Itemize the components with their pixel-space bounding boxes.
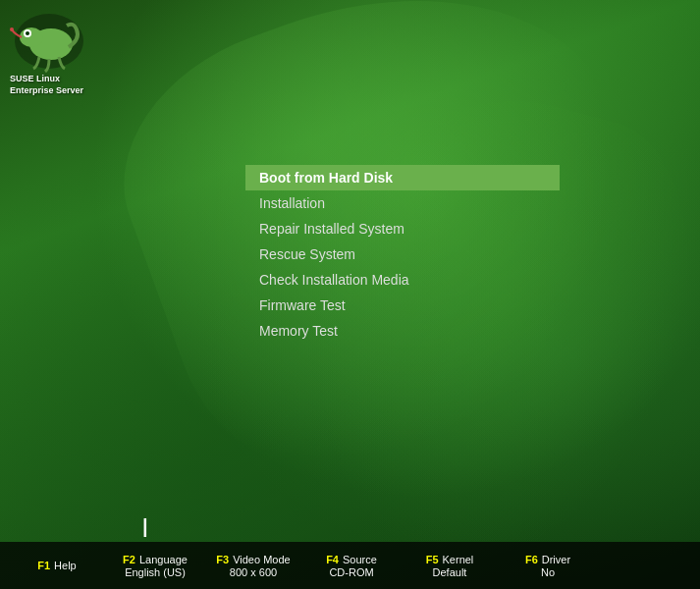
menu-container: Boot from Hard DiskInstallationRepair In…	[245, 165, 560, 344]
menu-item-6[interactable]: Memory Test	[245, 318, 560, 344]
fkey-name-f6: Driver	[542, 554, 570, 565]
menu-item-1[interactable]: Installation	[245, 190, 560, 216]
text-cursor: ┃	[140, 518, 150, 537]
fkey-group-f5[interactable]: F5KernelDefault	[401, 554, 499, 578]
fkey-value-f6: No	[541, 566, 555, 578]
chameleon-logo	[10, 10, 88, 74]
menu-item-2[interactable]: Repair Installed System	[245, 216, 560, 241]
menu-item-3[interactable]: Rescue System	[245, 241, 560, 267]
fkey-label-f1: F1	[37, 560, 50, 571]
menu-item-0[interactable]: Boot from Hard Disk	[245, 165, 560, 190]
fkey-label-f5: F5	[426, 554, 439, 565]
fkey-group-f4[interactable]: F4SourceCD-ROM	[302, 554, 401, 578]
fkey-group-f2[interactable]: F2LanguageEnglish (US)	[106, 554, 204, 578]
bottom-bar: F1HelpF2LanguageEnglish (US)F3Video Mode…	[0, 542, 700, 589]
fkey-group-f1[interactable]: F1Help	[8, 560, 106, 571]
svg-point-4	[26, 31, 29, 35]
menu-item-5[interactable]: Firmware Test	[245, 293, 560, 318]
fkey-name-f2: Language	[139, 554, 188, 565]
fkey-label-f2: F2	[123, 554, 135, 565]
logo-line1: SUSE Linux	[10, 74, 60, 83]
fkey-name-f4: Source	[343, 554, 377, 565]
menu-item-4[interactable]: Check Installation Media	[245, 267, 560, 293]
svg-point-2	[20, 27, 43, 47]
fkey-value-f5: Default	[433, 566, 467, 578]
fkey-value-f4: CD-ROM	[329, 566, 373, 578]
fkey-label-f4: F4	[326, 554, 339, 565]
fkey-label-f3: F3	[216, 554, 229, 565]
fkey-label-f6: F6	[525, 554, 538, 565]
logo-text: SUSE Linux Enterprise Server	[10, 74, 83, 96]
svg-point-5	[10, 27, 14, 31]
fkey-value-f3: 800 x 600	[230, 566, 277, 578]
logo-line2: Enterprise Server	[10, 85, 83, 95]
fkey-group-f3[interactable]: F3Video Mode800 x 600	[204, 554, 302, 578]
fkey-name-f5: Kernel	[443, 554, 474, 565]
fkey-value-f2: English (US)	[125, 566, 186, 578]
fkey-name-f3: Video Mode	[233, 554, 291, 565]
fkey-group-f6[interactable]: F6DriverNo	[499, 554, 597, 578]
fkey-name-f1: Help	[54, 560, 77, 571]
logo-area: SUSE Linux Enterprise Server	[10, 10, 88, 96]
